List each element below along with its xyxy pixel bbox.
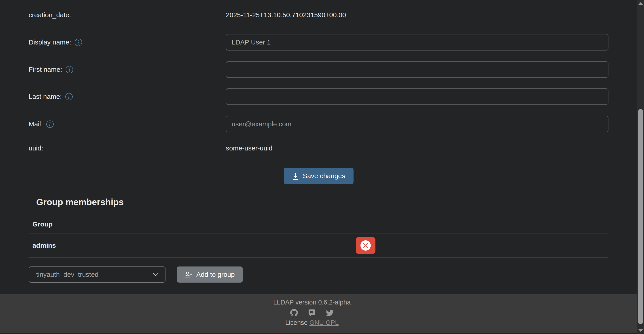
last-name-label: Last name:: [28, 93, 226, 100]
group-memberships-table: Group admins: [28, 216, 608, 258]
display-name-row: Display name:: [28, 34, 608, 50]
footer: LLDAP version 0.6.2-alpha License GNU GP…: [0, 294, 637, 333]
group-actions-cell: [356, 237, 376, 254]
license-link[interactable]: GNU GPL: [310, 319, 339, 326]
last-name-input[interactable]: [226, 88, 608, 105]
vertical-scrollbar[interactable]: [637, 0, 644, 334]
mail-row: Mail:: [28, 116, 608, 132]
mail-label: Mail:: [28, 120, 226, 128]
save-icon: [292, 172, 299, 180]
mail-input[interactable]: [226, 116, 608, 132]
app-version: LLDAP version 0.6.2-alpha: [0, 299, 624, 306]
first-name-input[interactable]: [226, 61, 608, 78]
mail-label-text: Mail:: [28, 120, 43, 128]
scrollbar-thumb[interactable]: [638, 109, 643, 324]
scroll-down-arrow-icon[interactable]: [638, 329, 643, 332]
chevron-down-icon: [152, 272, 159, 278]
group-select-value: tinyauth_dev_trusted: [36, 271, 98, 278]
twitter-icon[interactable]: [326, 309, 334, 316]
scroll-up-arrow-icon[interactable]: [638, 2, 643, 5]
creation-date-label: creation_date:: [28, 11, 226, 19]
add-to-group-row: tinyauth_dev_trusted Add to group: [28, 266, 608, 282]
discord-icon[interactable]: [308, 309, 316, 316]
last-name-row: Last name:: [28, 88, 608, 105]
x-circle-icon: [360, 240, 371, 250]
last-name-label-text: Last name:: [28, 93, 62, 100]
first-name-label: First name:: [28, 66, 226, 73]
info-icon[interactable]: [66, 66, 73, 73]
display-name-label-text: Display name:: [28, 38, 71, 46]
uuid-label-text: uuid:: [28, 144, 43, 152]
person-plus-icon: [185, 271, 192, 278]
info-icon[interactable]: [75, 39, 82, 46]
group-name: admins: [28, 242, 356, 249]
github-icon[interactable]: [290, 309, 298, 316]
add-to-group-label: Add to group: [196, 271, 235, 278]
info-icon[interactable]: [65, 93, 73, 100]
group-memberships-heading: Group memberships: [28, 197, 608, 208]
add-to-group-button[interactable]: Add to group: [177, 266, 243, 282]
table-row: admins: [28, 234, 608, 258]
group-select[interactable]: tinyauth_dev_trusted: [28, 266, 166, 282]
license-line: License GNU GPL: [0, 319, 624, 326]
save-button[interactable]: Save changes: [284, 168, 354, 184]
uuid-row: uuid: some-user-uuid: [28, 140, 608, 156]
display-name-label: Display name:: [28, 38, 226, 46]
first-name-label-text: First name:: [28, 66, 62, 73]
remove-from-group-button[interactable]: [356, 237, 376, 254]
user-form: creation_date: 2025-11-25T13:10:50.71023…: [0, 0, 637, 282]
user-details-page: creation_date: 2025-11-25T13:10:50.71023…: [0, 0, 637, 334]
save-row: Save changes: [28, 168, 608, 184]
license-prefix: License: [285, 319, 308, 326]
info-icon[interactable]: [46, 120, 54, 128]
first-name-row: First name:: [28, 61, 608, 78]
creation-date-value: 2025-11-25T13:10:50.710231590+00:00: [226, 11, 346, 19]
creation-date-row: creation_date: 2025-11-25T13:10:50.71023…: [28, 7, 608, 23]
creation-date-label-text: creation_date:: [28, 11, 71, 19]
save-button-label: Save changes: [303, 172, 345, 180]
group-column-header: Group: [28, 216, 608, 234]
uuid-value: some-user-uuid: [226, 144, 272, 152]
footer-social-icons: [0, 309, 624, 317]
uuid-label: uuid:: [28, 144, 226, 152]
display-name-input[interactable]: [226, 34, 608, 50]
